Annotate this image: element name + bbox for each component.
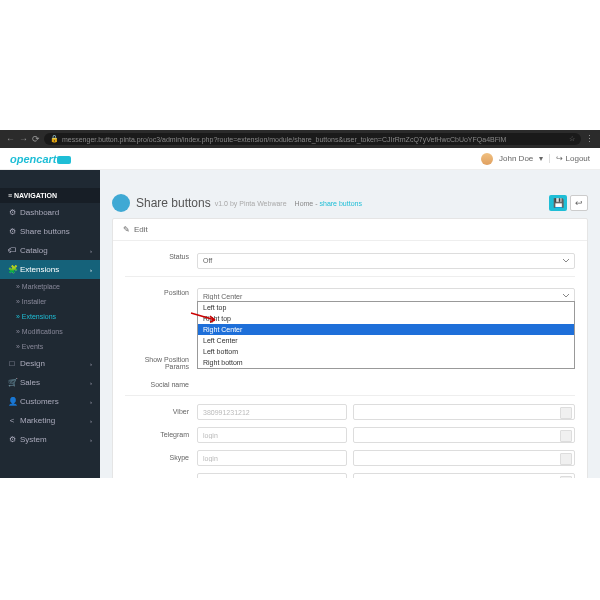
sidebar-item-share-buttons[interactable]: ⚙Share buttons <box>0 222 100 241</box>
nav-header: ≡ NAVIGATION <box>0 188 100 203</box>
viber-label: Viber <box>125 404 197 415</box>
forward-icon[interactable]: → <box>19 134 28 144</box>
lock-icon: 🔒 <box>50 135 59 143</box>
reload-icon[interactable]: ⟳ <box>32 134 40 144</box>
dashboard-icon: ⚙ <box>8 208 16 217</box>
sidebar-item-marketing[interactable]: <Marketing› <box>0 411 100 430</box>
marketing-icon: < <box>8 416 16 425</box>
telegram-toggle[interactable] <box>353 427 575 443</box>
sidebar-item-extensions[interactable]: 🧩Extensions› <box>0 260 100 279</box>
skype-toggle[interactable] <box>353 450 575 466</box>
sidebar-item-catalog[interactable]: 🏷Catalog› <box>0 241 100 260</box>
status-select[interactable]: Off <box>197 253 575 269</box>
position-option-left-top[interactable]: Left top <box>198 302 574 313</box>
customers-icon: 👤 <box>8 397 16 406</box>
breadcrumb-home[interactable]: Home <box>295 200 314 207</box>
back-button[interactable]: ↩ <box>570 195 588 211</box>
position-option-left-bottom[interactable]: Left bottom <box>198 346 574 357</box>
page-subtitle: v1.0 by Pinta Webware <box>215 200 287 207</box>
telegram-label: Telegram <box>125 427 197 438</box>
avatar[interactable] <box>481 153 493 165</box>
sidebar-item-dashboard[interactable]: ⚙Dashboard <box>0 203 100 222</box>
position-option-right-center[interactable]: Right Center <box>198 324 574 335</box>
browser-chrome: ← → ⟳ 🔒 messenger.button.pinta.pro/oc3/a… <box>0 130 600 148</box>
url-bar[interactable]: 🔒 messenger.button.pinta.pro/oc3/admin/i… <box>44 133 581 145</box>
position-label: Position <box>125 285 197 296</box>
sidebar-item-system[interactable]: ⚙System› <box>0 430 100 449</box>
system-icon: ⚙ <box>8 435 16 444</box>
catalog-icon: 🏷 <box>8 246 16 255</box>
sidebar-sub-marketplace[interactable]: » Marketplace <box>0 279 100 294</box>
viber-toggle[interactable] <box>353 404 575 420</box>
position-option-right-bottom[interactable]: Right bottom <box>198 357 574 368</box>
showpos-label: Show Position Params <box>125 352 197 370</box>
breadcrumb: Home - share buttons <box>295 200 362 207</box>
save-button[interactable]: 💾 <box>549 195 567 211</box>
skype-input[interactable] <box>197 450 347 466</box>
app-header: opencart John Doe ▾ ↪ Logout <box>0 148 600 170</box>
back-icon[interactable]: ← <box>6 134 15 144</box>
sidebar-item-customers[interactable]: 👤Customers› <box>0 392 100 411</box>
design-icon: □ <box>8 359 16 368</box>
position-dropdown: Left top Right top Right Center Left Cen… <box>197 301 575 369</box>
logo[interactable]: opencart <box>10 153 71 165</box>
sidebar-sub-installer[interactable]: » Installer <box>0 294 100 309</box>
page-title: Share buttons <box>136 196 211 210</box>
menu-icon[interactable]: ⋮ <box>585 134 594 144</box>
breadcrumb-current[interactable]: share buttons <box>320 200 362 207</box>
position-option-right-top[interactable]: Right top <box>198 313 574 324</box>
socialname-label: Social name <box>125 377 197 388</box>
whatsapp-toggle[interactable] <box>353 473 575 478</box>
url-text: messenger.button.pinta.pro/oc3/admin/ind… <box>62 136 506 143</box>
sidebar-sub-modifications[interactable]: » Modifications <box>0 324 100 339</box>
whatsapp-label: WhatsApp <box>125 473 197 478</box>
panel-header: ✎Edit <box>113 219 587 241</box>
page-icon <box>112 194 130 212</box>
position-option-left-center[interactable]: Left Center <box>198 335 574 346</box>
telegram-input[interactable] <box>197 427 347 443</box>
sidebar: ≡ NAVIGATION ⚙Dashboard ⚙Share buttons 🏷… <box>0 148 100 478</box>
sidebar-item-sales[interactable]: 🛒Sales› <box>0 373 100 392</box>
viber-input[interactable] <box>197 404 347 420</box>
sales-icon: 🛒 <box>8 378 16 387</box>
main-content: Share buttons v1.0 by Pinta Webware Home… <box>100 148 600 478</box>
status-label: Status <box>125 249 197 260</box>
user-name[interactable]: John Doe <box>499 154 533 163</box>
sidebar-item-design[interactable]: □Design› <box>0 354 100 373</box>
chevron-down-icon[interactable]: ▾ <box>539 154 543 163</box>
logout-link[interactable]: ↪ Logout <box>549 154 590 163</box>
sidebar-sub-events[interactable]: » Events <box>0 339 100 354</box>
bookmark-icon[interactable]: ☆ <box>569 135 575 143</box>
skype-label: Skype <box>125 450 197 461</box>
extensions-icon: 🧩 <box>8 265 16 274</box>
whatsapp-input[interactable] <box>197 473 347 478</box>
sidebar-sub-extensions[interactable]: » Extensions <box>0 309 100 324</box>
share-icon: ⚙ <box>8 227 16 236</box>
pencil-icon: ✎ <box>123 225 130 234</box>
edit-panel: ✎Edit Status Off Position Right Center L… <box>112 218 588 478</box>
